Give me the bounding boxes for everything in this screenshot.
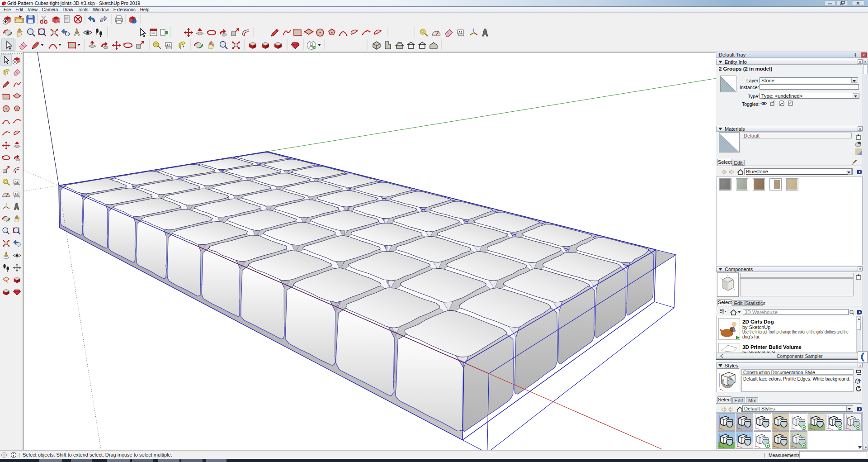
svg-text:i: i [134, 19, 135, 24]
svg-text:A1: A1 [458, 31, 462, 34]
svg-text:?: ? [3, 453, 5, 457]
svg-text:A1: A1 [14, 180, 18, 183]
svg-text:A1: A1 [166, 43, 170, 47]
svg-text:A1: A1 [14, 192, 18, 195]
